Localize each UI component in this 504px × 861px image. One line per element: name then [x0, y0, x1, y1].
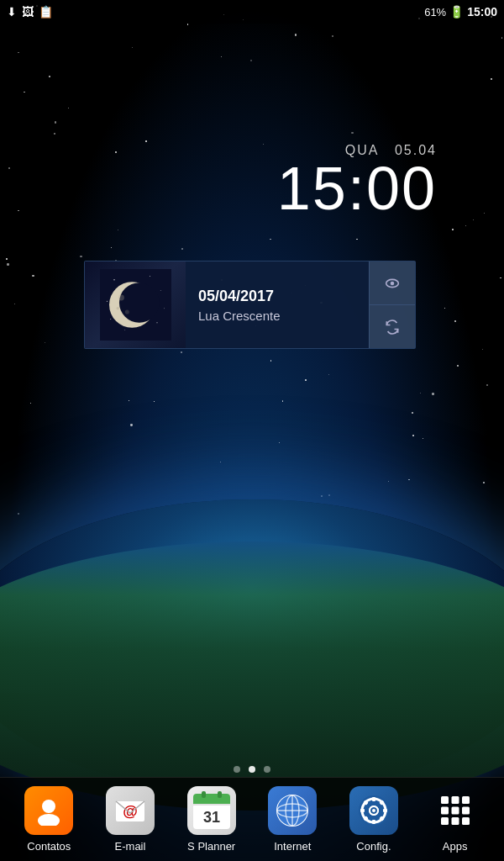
stars-layer	[0, 0, 504, 516]
status-time: 15:00	[467, 5, 497, 18]
dock-item-contatos[interactable]: Contatos	[15, 786, 82, 853]
svg-rect-48	[451, 796, 459, 804]
contatos-icon	[24, 786, 73, 835]
svg-point-13	[116, 307, 118, 309]
dock-item-splanner[interactable]: 31 S Planner	[178, 786, 245, 853]
svg-point-10	[118, 283, 159, 323]
svg-rect-47	[441, 796, 449, 804]
dock-item-apps[interactable]: Apps	[422, 786, 489, 853]
config-icon	[349, 786, 398, 835]
screenshot-icon: 🖼	[22, 5, 34, 18]
apps-icon	[431, 786, 480, 835]
status-left-icons: ⬇ 🖼 📋	[7, 5, 53, 18]
status-right: 61% 🔋 15:00	[424, 5, 497, 18]
svg-point-8	[124, 330, 125, 330]
battery-percent: 61%	[424, 6, 446, 18]
page-dot-1[interactable]	[234, 766, 240, 773]
svg-point-5	[164, 308, 165, 309]
svg-point-2	[149, 276, 150, 277]
email-icon: @	[106, 786, 155, 835]
bottom-dock: Contatos @ E-mail	[0, 777, 504, 861]
dock-item-internet[interactable]: Internet	[259, 786, 326, 853]
status-bar: ⬇ 🖼 📋 61% 🔋 15:00	[0, 0, 504, 24]
apps-label: Apps	[443, 840, 468, 853]
svg-rect-54	[451, 817, 459, 825]
svg-rect-50	[441, 807, 449, 815]
svg-point-16	[42, 800, 55, 813]
svg-rect-25	[202, 791, 206, 798]
svg-rect-41	[372, 820, 375, 824]
battery-icon: 🔋	[449, 5, 464, 18]
moon-image	[100, 269, 171, 341]
config-label: Config.	[356, 840, 391, 853]
svg-rect-37	[372, 797, 375, 801]
svg-point-17	[38, 814, 60, 826]
moon-info: 05/04/2017 Lua Crescente	[186, 261, 369, 348]
svg-rect-51	[451, 807, 459, 815]
svg-point-15	[391, 281, 395, 285]
svg-point-6	[110, 319, 111, 320]
internet-icon	[268, 786, 317, 835]
dock-item-email[interactable]: @ E-mail	[97, 786, 164, 853]
moon-widget: 05/04/2017 Lua Crescente	[84, 261, 416, 349]
svg-rect-49	[462, 796, 470, 804]
splanner-icon: 31	[187, 786, 236, 835]
moon-buttons	[369, 261, 415, 348]
svg-rect-55	[462, 817, 470, 825]
moon-image-area	[85, 261, 186, 348]
background	[0, 0, 504, 861]
splanner-label: S Planner	[187, 840, 235, 853]
clipboard-icon: 📋	[39, 5, 53, 18]
moon-phase: Lua Crescente	[198, 309, 356, 323]
datetime-container: QUA 05.04 15:00	[0, 143, 504, 219]
moon-date: 05/04/2017	[198, 288, 356, 305]
svg-point-1	[113, 279, 114, 280]
internet-label: Internet	[274, 840, 311, 853]
svg-rect-52	[462, 807, 470, 815]
page-dot-3[interactable]	[264, 766, 270, 773]
page-indicators	[0, 766, 504, 773]
svg-point-3	[160, 290, 160, 291]
contatos-label: Contatos	[27, 840, 71, 853]
svg-point-4	[106, 301, 107, 302]
svg-text:31: 31	[203, 809, 220, 826]
svg-point-11	[118, 295, 124, 301]
moon-refresh-button[interactable]	[369, 305, 415, 348]
download-icon: ⬇	[7, 5, 17, 18]
svg-rect-23	[193, 804, 230, 806]
svg-text:@: @	[123, 803, 138, 820]
svg-rect-39	[383, 809, 387, 812]
clock-display: 15:00	[0, 158, 437, 219]
dock-item-config[interactable]: Config.	[340, 786, 407, 853]
svg-rect-43	[360, 809, 365, 812]
svg-point-46	[372, 809, 375, 812]
svg-rect-26	[218, 791, 222, 798]
svg-point-12	[124, 309, 129, 314]
page-dot-2[interactable]	[249, 766, 255, 773]
svg-point-7	[156, 322, 157, 323]
svg-rect-53	[441, 817, 449, 825]
email-label: E-mail	[115, 840, 146, 853]
moon-eye-button[interactable]	[369, 261, 415, 305]
